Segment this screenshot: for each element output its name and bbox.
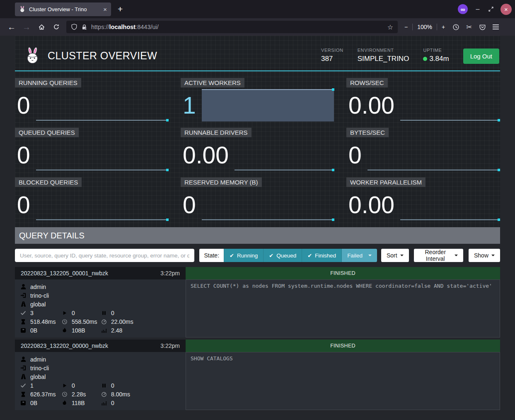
tile-bytes-sec: BYTES/SEC 0	[346, 128, 500, 173]
wall-time: 518.48ms	[30, 318, 56, 325]
query-time: 3:22pm	[160, 342, 180, 349]
version-value: 387	[321, 55, 343, 63]
query-id-row: 20220823_132202_00000_nwbzk 3:22pm	[15, 340, 186, 352]
state-filter-finished[interactable]: ✔Finished	[302, 249, 341, 262]
menu-hamburger-icon[interactable]	[489, 20, 502, 34]
check-icon: ✔	[230, 252, 234, 259]
current-memory-scale-icon	[20, 328, 27, 333]
new-tab-button[interactable]: +	[118, 4, 123, 14]
window-maximize-button[interactable]	[488, 6, 494, 12]
forward-button[interactable]: →	[20, 20, 33, 34]
resource-group-road-icon	[20, 301, 27, 307]
uptime-value: 3.84m	[429, 55, 449, 63]
container-badge-icon[interactable]: ∞	[458, 4, 468, 14]
zoom-out-button[interactable]: −	[404, 24, 408, 30]
trino-bunny-logo-icon	[24, 46, 41, 65]
sparkline	[36, 89, 168, 121]
url-text: https://localhost:8443/ui/	[91, 24, 384, 30]
query-source: trino-cli	[30, 365, 49, 371]
check-icon: ✔	[307, 252, 312, 259]
cumulative-memory-fire-icon	[61, 400, 68, 406]
tracking-protection-shield-icon[interactable]	[71, 24, 77, 30]
browser-tab-bar: Cluster Overview - Trino × + ∞ – ×	[0, 0, 515, 18]
screenshot-scissors-icon[interactable]: ✂	[462, 20, 476, 34]
tile-queued-queries: QUEUED QUERIES 0	[15, 128, 169, 173]
tile-value: 0	[17, 89, 30, 121]
version-label: VERSION	[321, 48, 343, 53]
window-minimize-button[interactable]: –	[474, 5, 481, 13]
zoom-level[interactable]: 100%	[417, 24, 432, 30]
zoom-in-button[interactable]: +	[442, 24, 445, 30]
tile-blocked-queries: BLOCKED QUERIES 0	[15, 177, 169, 223]
query-card: 20220823_132205_00001_nwbzk 3:22pm FINIS…	[15, 267, 500, 337]
sparkline	[368, 139, 500, 171]
caret-down-icon	[368, 255, 372, 256]
queued-splits-pause-icon	[101, 383, 107, 388]
tile-worker-parallelism: WORKER PARALLELISM 0.00	[346, 177, 500, 223]
browser-tab[interactable]: Cluster Overview - Trino ×	[15, 2, 111, 16]
sort-dropdown[interactable]: Sort	[381, 249, 409, 262]
wall-time: 626.37ms	[30, 391, 56, 398]
pocket-icon[interactable]	[476, 20, 489, 34]
current-memory: 0B	[30, 327, 37, 334]
query-meta: admin trino-cli global 3 0 0 518.48ms 55…	[15, 279, 186, 337]
parallelism-chart-icon	[101, 328, 107, 333]
bookmark-star-icon[interactable]: ☆	[387, 23, 393, 31]
cumulative-memory-fire-icon	[61, 328, 68, 333]
source-login-icon	[20, 292, 27, 299]
query-source: trino-cli	[30, 292, 49, 299]
tile-value: 0.00	[183, 139, 229, 171]
state-filter-failed-dropdown[interactable]: Failed	[341, 249, 377, 262]
queued-splits-pause-icon	[101, 310, 107, 316]
header-accent-line	[15, 70, 500, 71]
window-close-button[interactable]: ×	[500, 4, 512, 15]
tile-runnable-drivers: RUNNABLE DRIVERS 0.00	[181, 128, 334, 173]
url-bar[interactable]: https://localhost:8443/ui/ ☆	[66, 21, 398, 33]
sparkline	[202, 189, 334, 221]
query-search-input[interactable]	[15, 249, 194, 262]
query-sql-text: SHOW CATALOGS	[186, 352, 500, 410]
query-meta: admin trino-cli global 1 0 0 626.37ms 2.…	[15, 352, 186, 410]
resource-group-road-icon	[20, 374, 27, 380]
home-button[interactable]	[35, 20, 48, 34]
cpu-time-clock-icon	[61, 391, 68, 397]
back-button[interactable]: ←	[5, 20, 18, 34]
query-card: 20220823_132202_00000_nwbzk 3:22pm FINIS…	[15, 340, 500, 410]
page-title: CLUSTER OVERVIEW	[48, 50, 157, 62]
query-status-badge: FINISHED	[186, 340, 500, 352]
query-user: admin	[30, 284, 46, 290]
tab-close-icon[interactable]: ×	[103, 6, 107, 12]
running-splits: 0	[72, 310, 75, 316]
query-id-link[interactable]: 20220823_132205_00001_nwbzk	[21, 270, 108, 277]
state-filter-queued[interactable]: ✔Queued	[263, 249, 302, 262]
query-user: admin	[30, 356, 46, 363]
caret-down-icon	[491, 255, 495, 256]
running-splits-play-icon	[61, 383, 68, 388]
history-clock-icon[interactable]	[449, 20, 462, 34]
environment-block: ENVIRONMENT SIMPLE_TRINO	[358, 48, 409, 63]
tile-rows-sec: ROWS/SEC 0.00	[346, 78, 500, 124]
show-dropdown[interactable]: Show	[469, 249, 500, 262]
environment-value: SIMPLE_TRINO	[358, 55, 409, 63]
reorder-interval-dropdown[interactable]: Reorder Interval	[414, 249, 463, 262]
cpu-time: 558.50ms	[72, 318, 97, 325]
tile-running-queries: RUNNING QUERIES 0	[15, 78, 169, 124]
logout-button[interactable]: Log Out	[463, 49, 499, 64]
lock-warning-icon[interactable]	[81, 24, 87, 30]
query-id-link[interactable]: 20220823_132202_00000_nwbzk	[21, 342, 108, 349]
queued-splits: 0	[111, 382, 114, 389]
toolbar-extension-icons: ✂	[449, 20, 502, 34]
execution-time-gauge-icon	[101, 391, 107, 397]
tile-value: 0.00	[348, 89, 394, 121]
cluster-info: VERSION 387 ENVIRONMENT SIMPLE_TRINO UPT…	[321, 48, 499, 64]
cpu-time-clock-icon	[61, 319, 68, 325]
state-filter-group: State: ✔Running ✔Queued ✔Finished Failed	[199, 249, 377, 262]
dashboard-section: CLUSTER OVERVIEW VERSION 387 ENVIRONMENT…	[15, 36, 500, 227]
reload-button[interactable]	[50, 20, 63, 34]
completed-splits-check-icon	[20, 310, 27, 316]
sparkline	[202, 89, 334, 121]
query-resource-group: global	[30, 301, 46, 308]
stat-tiles: RUNNING QUERIES 0 ACTIVE WORKERS 1 ROWS/…	[15, 78, 500, 223]
sparkline	[36, 189, 168, 221]
state-filter-running[interactable]: ✔Running	[224, 249, 263, 262]
